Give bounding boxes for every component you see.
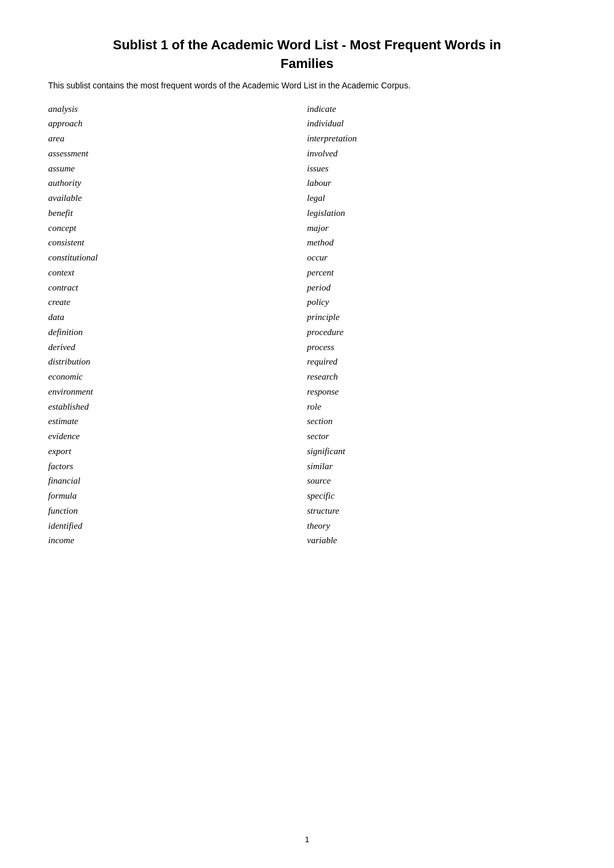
list-item: evidence <box>48 429 307 444</box>
list-item: research <box>307 369 566 384</box>
list-item: analysis <box>48 102 307 117</box>
list-item: required <box>307 354 566 369</box>
list-item: data <box>48 310 307 325</box>
list-item: benefit <box>48 206 307 221</box>
list-item: distribution <box>48 354 307 369</box>
list-item: income <box>48 533 307 548</box>
list-item: factors <box>48 459 307 474</box>
list-item: formula <box>48 488 307 503</box>
right-column: indicateindividualinterpretationinvolved… <box>307 102 566 549</box>
page-number: 1 <box>305 835 309 844</box>
list-item: identified <box>48 519 307 534</box>
page-description: This sublist contains the most frequent … <box>48 79 566 92</box>
list-item: function <box>48 503 307 519</box>
list-item: legislation <box>307 206 566 221</box>
list-item: sector <box>307 429 566 444</box>
page-title: Sublist 1 of the Academic Word List - Mo… <box>48 36 566 73</box>
list-item: authority <box>48 176 307 191</box>
list-item: available <box>48 191 307 206</box>
list-item: assume <box>48 161 307 176</box>
list-item: procedure <box>307 325 566 340</box>
list-item: policy <box>307 295 566 310</box>
list-item: context <box>48 265 307 280</box>
list-item: similar <box>307 459 566 474</box>
list-item: response <box>307 384 566 399</box>
list-item: major <box>307 221 566 236</box>
left-column: analysisapproachareaassessmentassumeauth… <box>48 102 307 549</box>
list-item: section <box>307 414 566 429</box>
list-item: approach <box>48 116 307 131</box>
title-line2: Families <box>281 56 333 71</box>
list-item: economic <box>48 369 307 384</box>
list-item: export <box>48 444 307 459</box>
list-item: labour <box>307 176 566 191</box>
list-item: definition <box>48 325 307 340</box>
list-item: issues <box>307 161 566 176</box>
list-item: significant <box>307 444 566 459</box>
list-item: environment <box>48 384 307 399</box>
title-line1: Sublist 1 of the Academic Word List - Mo… <box>113 37 501 52</box>
list-item: involved <box>307 146 566 161</box>
list-item: constitutional <box>48 250 307 265</box>
list-item: create <box>48 295 307 310</box>
list-item: method <box>307 235 566 250</box>
list-item: percent <box>307 265 566 280</box>
list-item: financial <box>48 473 307 488</box>
list-item: interpretation <box>307 131 566 146</box>
list-item: assessment <box>48 146 307 161</box>
list-item: principle <box>307 310 566 325</box>
list-item: individual <box>307 116 566 131</box>
list-item: contract <box>48 280 307 295</box>
page: Sublist 1 of the Academic Word List - Mo… <box>0 0 614 868</box>
list-item: role <box>307 399 566 414</box>
list-item: estimate <box>48 414 307 429</box>
word-columns: analysisapproachareaassessmentassumeauth… <box>48 102 566 549</box>
list-item: concept <box>48 221 307 236</box>
list-item: process <box>307 340 566 355</box>
list-item: consistent <box>48 235 307 250</box>
list-item: established <box>48 399 307 414</box>
list-item: specific <box>307 488 566 503</box>
list-item: structure <box>307 503 566 519</box>
list-item: period <box>307 280 566 295</box>
list-item: theory <box>307 519 566 534</box>
list-item: derived <box>48 340 307 355</box>
list-item: occur <box>307 250 566 265</box>
list-item: area <box>48 131 307 146</box>
list-item: indicate <box>307 102 566 117</box>
list-item: variable <box>307 533 566 548</box>
list-item: source <box>307 473 566 488</box>
list-item: legal <box>307 191 566 206</box>
